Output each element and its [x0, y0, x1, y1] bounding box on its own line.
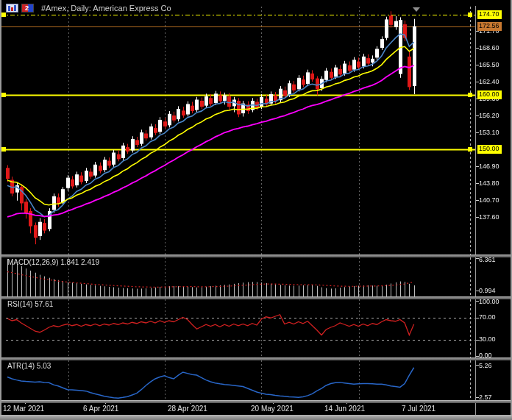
window-border-left	[0, 0, 1, 420]
price-axis-label: 140.70	[479, 196, 499, 204]
arrow-down-marker-icon[interactable]	[413, 7, 420, 12]
date-axis-label: 20 May 2021	[251, 405, 294, 413]
price-axis-label: 168.60	[479, 44, 499, 51]
candle-chart-icon: 2	[21, 4, 34, 13]
atr-label: ATR(14) 5.03	[7, 362, 51, 370]
level-price-badge: 174.70	[477, 10, 502, 19]
date-axis-label: 28 Apr 2021	[168, 405, 207, 413]
symbol-title: #Amex, Daily: American Express Co	[41, 4, 171, 13]
rsi-scale-label: 70.00	[479, 313, 496, 321]
price-axis-label: 162.40	[479, 78, 499, 85]
rsi-label: RSI(14) 57.61	[7, 300, 53, 308]
macd-scale-bottom: 0.994	[479, 287, 496, 294]
rsi-scale-label: 30.00	[479, 335, 496, 343]
date-axis-label: 14 Jun 2021	[324, 405, 365, 413]
current-price-badge: 172.56	[477, 22, 502, 31]
price-axis-label: 143.80	[479, 179, 499, 187]
price-axis-label: 156.20	[479, 112, 499, 119]
level-price-badge: 150.00	[477, 145, 502, 154]
price-axis-label: 137.60	[479, 213, 499, 221]
bar-chart-icon	[6, 4, 18, 13]
price-axis-label: 165.50	[479, 61, 499, 68]
date-axis-label: 7 Jul 2021	[402, 405, 435, 413]
price-axis-border	[475, 6, 476, 415]
macd-label: MACD(12,26,9) 1.841 2.419	[7, 258, 99, 266]
chart-title: 2 #Amex, Daily: American Express Co	[6, 4, 171, 13]
panel-separator[interactable]	[0, 400, 512, 403]
date-axis-label: 6 Apr 2021	[83, 405, 118, 413]
level-price-badge: 160.00	[477, 90, 502, 99]
date-axis-label: 12 Mar 2021	[3, 405, 44, 413]
price-axis-label: 153.10	[479, 129, 499, 136]
panel-separator[interactable]	[0, 296, 512, 299]
panel-separator[interactable]	[0, 255, 512, 257]
panel-separator[interactable]	[0, 357, 512, 360]
window-border-bottom	[0, 415, 512, 420]
chart-window: 2 #Amex, Daily: American Express Co MACD…	[0, 0, 512, 420]
price-axis-label: 146.90	[479, 163, 499, 170]
atr-scale-top: 5.26	[479, 362, 492, 369]
